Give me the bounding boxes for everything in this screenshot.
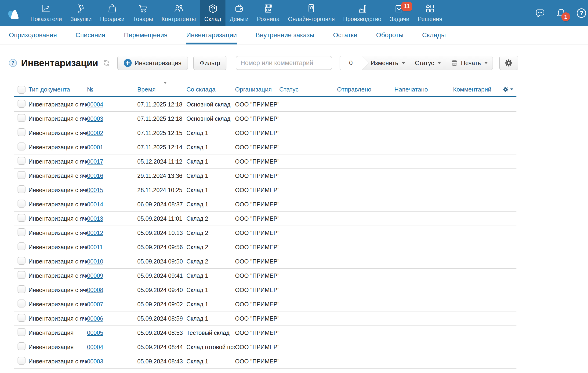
nav-item-online-trade[interactable]: Онлайн-торговля xyxy=(284,0,339,26)
document-link[interactable]: 00009 xyxy=(87,272,103,279)
nav-item-solutions[interactable]: Решения xyxy=(413,0,447,26)
row-checkbox[interactable] xyxy=(18,114,25,122)
document-link[interactable]: 00015 xyxy=(87,187,103,193)
column-header-printed[interactable]: Напечатано xyxy=(394,81,453,96)
nav-item-indicators[interactable]: Показатели xyxy=(26,0,66,26)
row-checkbox[interactable] xyxy=(18,357,25,365)
table-row[interactable]: Инвентаризация с ячей0000605.09.2024 08:… xyxy=(14,311,516,326)
settings-button[interactable] xyxy=(499,56,518,70)
tab-обороты[interactable]: Обороты xyxy=(376,26,403,44)
row-checkbox[interactable] xyxy=(18,342,25,350)
row-checkbox[interactable] xyxy=(18,314,25,322)
app-logo[interactable] xyxy=(0,0,26,26)
nav-item-warehouse[interactable]: Склад xyxy=(200,0,225,26)
row-checkbox[interactable] xyxy=(18,228,25,236)
filter-button[interactable]: Фильтр xyxy=(193,56,226,70)
create-inventory-button[interactable]: Инвентаризация xyxy=(117,56,188,70)
row-checkbox[interactable] xyxy=(18,299,25,308)
table-row[interactable]: Инвентаризация с ячей0001629.11.2024 13:… xyxy=(14,169,516,183)
document-link[interactable]: 00008 xyxy=(87,287,103,293)
column-header-type[interactable]: Тип документа xyxy=(29,81,87,96)
document-link[interactable]: 00004 xyxy=(87,101,103,108)
column-header-number[interactable]: № xyxy=(87,81,137,96)
row-checkbox[interactable] xyxy=(18,214,25,222)
row-checkbox[interactable] xyxy=(18,328,25,336)
column-header-time[interactable]: Время xyxy=(137,81,184,96)
row-checkbox[interactable] xyxy=(18,200,25,208)
table-row[interactable]: Инвентаризация с ячей0000207.11.2025 12:… xyxy=(14,126,516,140)
document-link[interactable]: 00012 xyxy=(87,230,103,236)
nav-item-counterparties[interactable]: Контрагенты xyxy=(157,0,200,26)
edit-dropdown[interactable]: Изменить xyxy=(362,56,410,70)
nav-item-products[interactable]: Товары xyxy=(129,0,157,26)
table-row[interactable]: Инвентаризация с ячей0000307.11.2025 12:… xyxy=(14,112,516,126)
tab-остатки[interactable]: Остатки xyxy=(333,26,357,44)
bell-icon[interactable]: 1 xyxy=(556,8,567,19)
status-dropdown[interactable]: Статус xyxy=(410,56,446,70)
nav-item-production[interactable]: Производство xyxy=(339,0,386,26)
nav-item-tasks[interactable]: 11Задачи xyxy=(386,0,413,26)
table-row[interactable]: Инвентаризация с ячей0000705.09.2024 09:… xyxy=(14,297,516,311)
table-row[interactable]: Инвентаризация с ячей0001205.09.2024 10:… xyxy=(14,226,516,240)
nav-item-purchases[interactable]: Закупки xyxy=(66,0,96,26)
help-icon[interactable]: ? xyxy=(577,8,586,18)
chat-icon[interactable] xyxy=(535,8,546,19)
row-checkbox[interactable] xyxy=(18,157,25,165)
page-help-icon[interactable]: ? xyxy=(9,59,17,67)
document-link[interactable]: 00003 xyxy=(87,115,103,122)
row-checkbox[interactable] xyxy=(18,285,25,293)
nav-item-sales[interactable]: Продажи xyxy=(96,0,129,26)
nav-item-retail[interactable]: Розница xyxy=(253,0,284,26)
row-checkbox[interactable] xyxy=(18,142,25,150)
table-row[interactable]: Инвентаризация с ячей0000305.09.2024 08:… xyxy=(14,354,516,369)
column-header-org[interactable]: Организация xyxy=(235,81,279,96)
search-input[interactable] xyxy=(236,56,332,70)
table-row[interactable]: Инвентаризация с ячей0001528.11.2024 10:… xyxy=(14,183,516,197)
row-checkbox[interactable] xyxy=(18,271,25,279)
document-link[interactable]: 00004 xyxy=(87,344,103,350)
tab-перемещения[interactable]: Перемещения xyxy=(124,26,168,44)
nav-item-money[interactable]: Деньги xyxy=(225,0,253,26)
column-header-comment[interactable]: Комментарий xyxy=(453,81,496,96)
row-checkbox[interactable] xyxy=(18,242,25,250)
table-row[interactable]: Инвентаризация с ячей0000805.09.2024 09:… xyxy=(14,283,516,297)
document-link[interactable]: 00016 xyxy=(87,172,103,179)
table-row[interactable]: Инвентаризация с ячей0000407.11.2025 12:… xyxy=(14,97,516,112)
select-all-checkbox[interactable] xyxy=(18,86,25,94)
document-link[interactable]: 00002 xyxy=(87,130,103,136)
column-header-status[interactable]: Статус xyxy=(279,81,337,96)
row-checkbox[interactable] xyxy=(18,171,25,179)
table-row[interactable]: Инвентаризация0000405.09.2024 08:44Склад… xyxy=(14,340,516,354)
column-settings-button[interactable] xyxy=(502,86,513,93)
document-link[interactable]: 00011 xyxy=(87,244,103,250)
row-checkbox[interactable] xyxy=(18,257,25,265)
document-link[interactable]: 00013 xyxy=(87,215,103,222)
document-link[interactable]: 00001 xyxy=(87,144,103,150)
document-link[interactable]: 00005 xyxy=(87,330,103,336)
document-link[interactable]: 00006 xyxy=(87,315,103,322)
table-row[interactable]: Инвентаризация с ячей0001705.12.2024 11:… xyxy=(14,154,516,169)
column-header-from[interactable]: Со склада xyxy=(184,81,235,96)
tab-оприходования[interactable]: Оприходования xyxy=(9,26,57,44)
document-link[interactable]: 00014 xyxy=(87,201,103,208)
tab-внутренние заказы[interactable]: Внутренние заказы xyxy=(255,26,314,44)
table-row[interactable]: Инвентаризация0000505.09.2024 08:53Тесто… xyxy=(14,326,516,340)
row-checkbox[interactable] xyxy=(18,128,25,136)
document-link[interactable]: 00010 xyxy=(87,258,103,265)
tab-склады[interactable]: Склады xyxy=(422,26,446,44)
tab-инвентаризации[interactable]: Инвентаризации xyxy=(186,26,237,44)
document-link[interactable]: 00017 xyxy=(87,158,103,165)
tab-списания[interactable]: Списания xyxy=(75,26,105,44)
document-link[interactable]: 00007 xyxy=(87,301,103,308)
print-dropdown[interactable]: Печать xyxy=(446,56,493,70)
table-row[interactable]: Инвентаризация с ячей0001305.09.2024 11:… xyxy=(14,212,516,226)
row-checkbox[interactable] xyxy=(18,185,25,193)
refresh-icon[interactable] xyxy=(103,59,110,67)
table-row[interactable]: Инвентаризация с ячей0001005.09.2024 09:… xyxy=(14,254,516,269)
column-header-sent[interactable]: Отправлено xyxy=(337,81,394,96)
table-row[interactable]: Инвентаризация с ячей0000905.09.2024 09:… xyxy=(14,269,516,283)
table-row[interactable]: Инвентаризация с ячей0000107.11.2025 12:… xyxy=(14,140,516,154)
table-row[interactable]: Инвентаризация с ячей0001105.09.2024 09:… xyxy=(14,240,516,254)
document-link[interactable]: 00003 xyxy=(87,358,103,365)
row-checkbox[interactable] xyxy=(18,100,25,108)
